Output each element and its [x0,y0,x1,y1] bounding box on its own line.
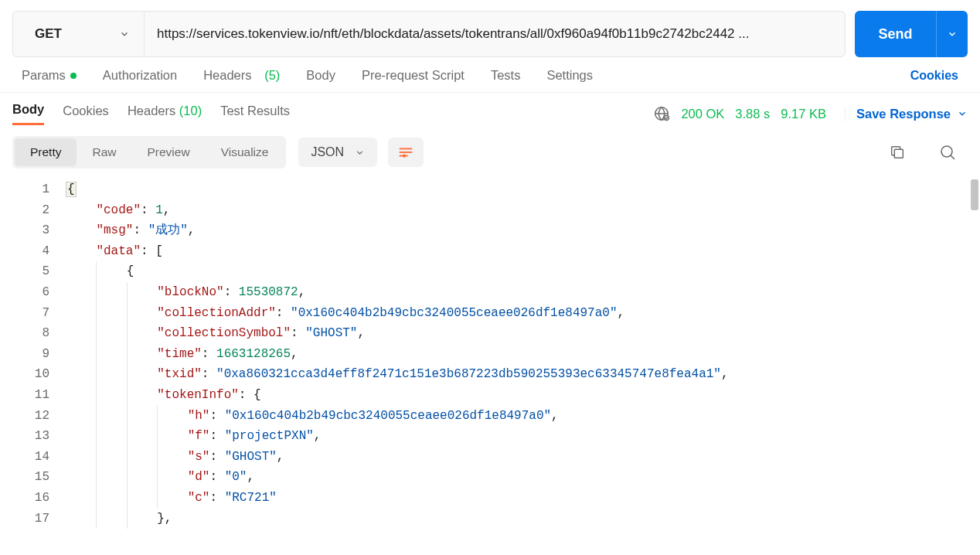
chevron-down-icon [355,148,365,158]
http-method-label: GET [35,26,62,42]
svg-rect-4 [894,149,903,158]
url-input[interactable]: https://services.tokenview.io/nft/eth/bl… [145,12,845,56]
search-icon[interactable] [934,138,961,166]
status-code: 200 OK [681,107,724,121]
status-size: 9.17 KB [781,107,826,121]
tab-tests[interactable]: Tests [491,68,521,83]
view-pretty[interactable]: Pretty [15,138,77,166]
response-tab-testresults[interactable]: Test Results [220,104,290,124]
svg-line-6 [951,155,954,159]
line-wrap-button[interactable] [388,138,424,167]
response-tab-body[interactable]: Body [12,102,44,125]
params-active-dot [70,73,77,79]
tab-headers[interactable]: Headers (5) [203,68,280,83]
copy-icon[interactable] [884,139,910,165]
response-tab-cookies[interactable]: Cookies [63,104,109,124]
status-time: 3.88 s [735,107,770,121]
response-body-code[interactable]: { "code": 1, "msg": "成功", "data": [ { "b… [66,176,729,550]
tab-authorization[interactable]: Authorization [103,68,177,83]
tab-prerequest[interactable]: Pre-request Script [362,68,464,83]
send-dropdown-button[interactable] [937,11,968,57]
response-tab-headers[interactable]: Headers (10) [128,104,202,124]
save-response-button[interactable]: Save Response [845,107,968,121]
line-number-gutter: 1234567891011121314151617 [12,176,66,550]
view-raw[interactable]: Raw [77,138,131,166]
view-preview[interactable]: Preview [132,138,206,166]
tab-params[interactable]: Params [22,68,77,83]
chevron-down-icon [119,29,130,39]
send-button[interactable]: Send [855,11,937,57]
tab-body[interactable]: Body [306,68,335,83]
view-visualize[interactable]: Visualize [206,138,284,166]
globe-icon[interactable] [653,105,670,122]
url-text: https://services.tokenview.io/nft/eth/bl… [157,26,749,42]
tab-settings[interactable]: Settings [546,68,593,83]
scrollbar-thumb[interactable] [971,179,978,210]
svg-point-5 [941,146,952,157]
format-select[interactable]: JSON [298,138,377,167]
view-mode-group: Pretty Raw Preview Visualize [12,136,286,169]
http-method-select[interactable]: GET [13,12,145,56]
cookies-link[interactable]: Cookies [910,69,958,83]
